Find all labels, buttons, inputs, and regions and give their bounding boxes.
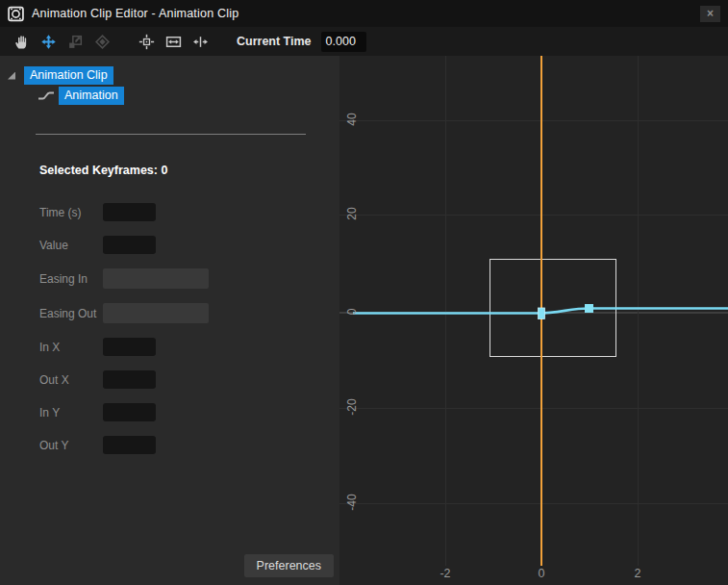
form-row-in-x: In X <box>39 338 339 356</box>
y-tick--20: -20 <box>345 392 359 422</box>
y-tick-0: 0 <box>345 296 359 327</box>
field-label: Time (s) <box>39 206 103 219</box>
keyframe-diamond-icon <box>94 34 111 50</box>
close-button[interactable]: × <box>700 6 720 22</box>
field-label: Value <box>39 239 103 252</box>
selected-keyframes-count: 0 <box>161 164 167 177</box>
selected-keyframes-status: Selected Keyframes: 0 <box>39 164 339 177</box>
y-tick--40: -40 <box>345 487 359 518</box>
fit-width-icon <box>165 34 182 50</box>
current-time-input[interactable]: 0.000 <box>321 32 366 52</box>
form-row-out-y: Out Y <box>39 436 339 454</box>
animation-curve-icon <box>37 89 56 103</box>
add-keyframe-tool-button[interactable] <box>90 30 113 53</box>
move-arrows-icon <box>40 34 57 50</box>
film-frame-icon <box>8 6 24 22</box>
x-tick-0: 0 <box>539 567 545 580</box>
y-tick-20: 20 <box>345 198 359 229</box>
field-label: Easing Out <box>39 307 103 320</box>
snap-tool-button[interactable] <box>135 30 158 53</box>
scale-icon <box>67 34 84 50</box>
field-label: Out X <box>39 373 103 387</box>
snap-crosshair-icon <box>138 34 155 50</box>
in-x-field[interactable] <box>103 338 156 356</box>
split-arrows-icon <box>192 34 209 50</box>
tree-node-label[interactable]: Animation <box>59 87 124 105</box>
fit-horizontal-tool-button[interactable] <box>162 30 185 53</box>
in-y-field[interactable] <box>103 403 156 421</box>
time-field[interactable] <box>103 203 156 221</box>
field-label: In Y <box>39 406 103 420</box>
pan-tool-button[interactable] <box>10 30 33 53</box>
easing-in-field[interactable] <box>103 268 209 289</box>
field-label: Easing In <box>39 272 103 286</box>
keyframe-marker-0 <box>539 308 545 319</box>
keyframe-marker-1 <box>585 304 593 313</box>
form-row-easing-out: Easing Out <box>39 303 339 323</box>
x-tick-2: 2 <box>635 567 641 580</box>
value-field[interactable] <box>103 236 156 254</box>
move-tool-button[interactable] <box>37 30 60 53</box>
toolbar: Current Time 0.000 <box>0 27 728 56</box>
hand-icon <box>13 34 30 50</box>
animation-curve <box>339 56 728 585</box>
clip-tree: Animation Clip Animation <box>0 56 339 105</box>
spread-horizontal-tool-button[interactable] <box>188 30 212 53</box>
out-x-field[interactable] <box>103 370 156 389</box>
tree-node-label[interactable]: Animation Clip <box>24 66 113 85</box>
tree-node-animation-clip[interactable]: Animation Clip <box>8 66 339 85</box>
curve-editor[interactable]: 40 20 0 -20 -40 -2 0 2 <box>339 56 728 585</box>
animation-clip-editor-window: Animation Clip Editor - Animation Clip × <box>0 0 728 585</box>
out-y-field[interactable] <box>103 436 156 454</box>
form-row-easing-in: Easing In <box>39 268 339 289</box>
form-row-in-y: In Y <box>39 403 339 421</box>
y-tick-40: 40 <box>345 104 359 135</box>
scale-tool-button[interactable] <box>63 30 87 53</box>
current-time-label: Current Time <box>237 35 312 48</box>
tree-node-animation[interactable]: Animation <box>37 87 339 105</box>
field-label: In X <box>39 341 103 354</box>
expander-triangle-icon[interactable] <box>8 72 15 80</box>
x-tick--2: -2 <box>439 567 450 580</box>
section-divider <box>36 134 306 135</box>
preferences-button[interactable]: Preferences <box>244 554 334 577</box>
form-row-time: Time (s) <box>39 203 339 221</box>
form-row-value: Value <box>39 236 339 254</box>
keyframe-form: Time (s) Value Easing In Easing Out In X <box>0 203 339 454</box>
window-title: Animation Clip Editor - Animation Clip <box>32 7 238 20</box>
title-bar: Animation Clip Editor - Animation Clip × <box>0 0 728 27</box>
field-label: Out Y <box>39 439 103 452</box>
inspector-panel: Animation Clip Animation Selected Keyfra… <box>0 56 339 585</box>
easing-out-field[interactable] <box>103 303 209 323</box>
form-row-out-x: Out X <box>39 370 339 389</box>
